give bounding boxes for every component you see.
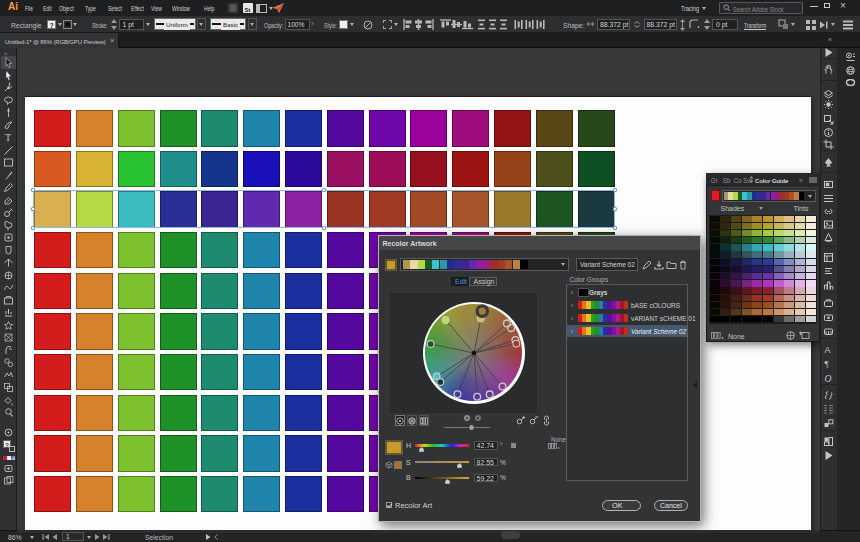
svg-text:¶: ¶ — [824, 359, 828, 369]
svg-text:O: O — [824, 374, 831, 384]
svg-text:T: T — [5, 132, 11, 143]
svg-text:A: A — [824, 345, 830, 355]
